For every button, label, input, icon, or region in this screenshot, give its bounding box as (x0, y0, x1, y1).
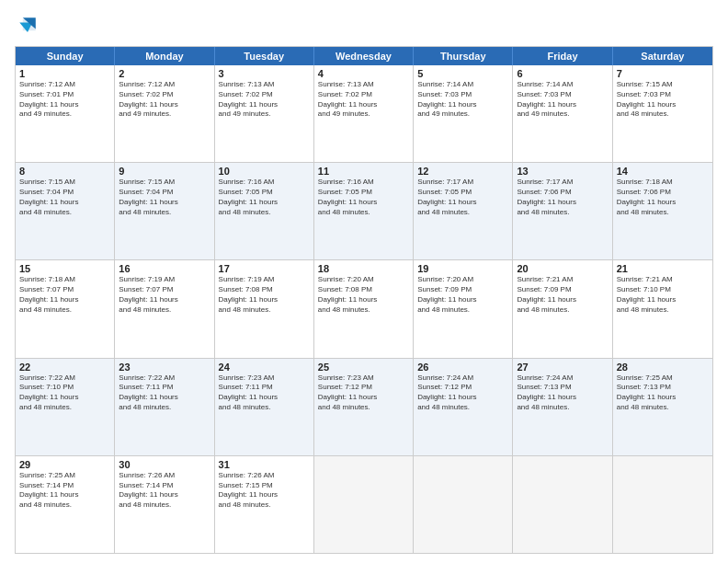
day-number: 5 (417, 68, 508, 79)
day-cell-9: 9Sunrise: 7:15 AMSunset: 7:04 PMDaylight… (115, 163, 214, 259)
day-number: 24 (219, 362, 310, 373)
day-cell-25: 25Sunrise: 7:23 AMSunset: 7:12 PMDayligh… (314, 359, 414, 455)
cell-info: Sunrise: 7:22 AMSunset: 7:11 PMDaylight:… (119, 373, 210, 413)
day-cell-26: 26Sunrise: 7:24 AMSunset: 7:12 PMDayligh… (414, 359, 513, 455)
cell-info: Sunrise: 7:19 AMSunset: 7:07 PMDaylight:… (119, 275, 210, 315)
cell-info: Sunrise: 7:26 AMSunset: 7:14 PMDaylight:… (119, 471, 210, 511)
day-cell-15: 15Sunrise: 7:18 AMSunset: 7:07 PMDayligh… (16, 260, 115, 357)
day-number: 8 (19, 166, 110, 177)
calendar-header: SundayMondayTuesdayWednesdayThursdayFrid… (16, 47, 712, 65)
cell-info: Sunrise: 7:12 AMSunset: 7:02 PMDaylight:… (119, 80, 210, 120)
day-number: 28 (617, 362, 709, 373)
day-number: 22 (19, 362, 110, 373)
day-cell-18: 18Sunrise: 7:20 AMSunset: 7:08 PMDayligh… (314, 260, 414, 357)
cell-info: Sunrise: 7:23 AMSunset: 7:12 PMDaylight:… (318, 373, 409, 413)
day-number: 4 (318, 68, 409, 79)
day-cell-28: 28Sunrise: 7:25 AMSunset: 7:13 PMDayligh… (613, 359, 712, 455)
header (15, 13, 713, 39)
day-cell-13: 13Sunrise: 7:17 AMSunset: 7:06 PMDayligh… (513, 163, 612, 259)
cell-info: Sunrise: 7:14 AMSunset: 7:03 PMDaylight:… (517, 80, 608, 120)
week-row-5: 29Sunrise: 7:25 AMSunset: 7:14 PMDayligh… (16, 455, 712, 553)
day-cell-14: 14Sunrise: 7:18 AMSunset: 7:06 PMDayligh… (613, 163, 712, 259)
day-cell-29: 29Sunrise: 7:25 AMSunset: 7:14 PMDayligh… (16, 456, 115, 553)
day-cell-20: 20Sunrise: 7:21 AMSunset: 7:09 PMDayligh… (513, 260, 612, 357)
cell-info: Sunrise: 7:26 AMSunset: 7:15 PMDaylight:… (219, 471, 310, 511)
cell-info: Sunrise: 7:19 AMSunset: 7:08 PMDaylight:… (219, 275, 310, 315)
day-number: 12 (417, 166, 508, 177)
day-cell-19: 19Sunrise: 7:20 AMSunset: 7:09 PMDayligh… (414, 260, 513, 357)
day-number: 13 (517, 166, 608, 177)
cell-info: Sunrise: 7:17 AMSunset: 7:06 PMDaylight:… (517, 178, 608, 217)
header-cell-thursday: Thursday (414, 47, 513, 65)
day-cell-30: 30Sunrise: 7:26 AMSunset: 7:14 PMDayligh… (115, 456, 214, 553)
day-cell-8: 8Sunrise: 7:15 AMSunset: 7:04 PMDaylight… (16, 163, 115, 259)
day-cell-10: 10Sunrise: 7:16 AMSunset: 7:05 PMDayligh… (215, 163, 314, 259)
cell-info: Sunrise: 7:24 AMSunset: 7:13 PMDaylight:… (517, 373, 608, 413)
day-number: 16 (119, 263, 210, 274)
week-row-4: 22Sunrise: 7:22 AMSunset: 7:10 PMDayligh… (16, 358, 712, 455)
header-cell-wednesday: Wednesday (314, 47, 414, 65)
day-cell-11: 11Sunrise: 7:16 AMSunset: 7:05 PMDayligh… (314, 163, 414, 259)
day-cell-7: 7Sunrise: 7:15 AMSunset: 7:03 PMDaylight… (613, 65, 712, 162)
cell-info: Sunrise: 7:13 AMSunset: 7:02 PMDaylight:… (219, 80, 310, 120)
day-cell-22: 22Sunrise: 7:22 AMSunset: 7:10 PMDayligh… (16, 359, 115, 455)
day-number: 7 (617, 68, 709, 79)
day-cell-12: 12Sunrise: 7:17 AMSunset: 7:05 PMDayligh… (414, 163, 513, 259)
empty-cell (613, 456, 712, 553)
day-number: 9 (119, 166, 210, 177)
cell-info: Sunrise: 7:17 AMSunset: 7:05 PMDaylight:… (417, 178, 508, 217)
header-cell-monday: Monday (115, 47, 214, 65)
cell-info: Sunrise: 7:18 AMSunset: 7:06 PMDaylight:… (617, 178, 709, 217)
day-number: 29 (19, 459, 110, 470)
cell-info: Sunrise: 7:25 AMSunset: 7:13 PMDaylight:… (617, 373, 709, 413)
day-cell-5: 5Sunrise: 7:14 AMSunset: 7:03 PMDaylight… (414, 65, 513, 162)
logo-icon (15, 13, 40, 39)
day-number: 15 (19, 263, 110, 274)
week-row-2: 8Sunrise: 7:15 AMSunset: 7:04 PMDaylight… (16, 162, 712, 259)
day-cell-24: 24Sunrise: 7:23 AMSunset: 7:11 PMDayligh… (215, 359, 314, 455)
day-cell-31: 31Sunrise: 7:26 AMSunset: 7:15 PMDayligh… (215, 456, 314, 553)
cell-info: Sunrise: 7:18 AMSunset: 7:07 PMDaylight:… (19, 275, 110, 315)
cell-info: Sunrise: 7:12 AMSunset: 7:01 PMDaylight:… (19, 80, 110, 120)
day-number: 25 (318, 362, 409, 373)
empty-cell (314, 456, 414, 553)
page: SundayMondayTuesdayWednesdayThursdayFrid… (0, 0, 728, 563)
week-row-3: 15Sunrise: 7:18 AMSunset: 7:07 PMDayligh… (16, 259, 712, 357)
day-cell-1: 1Sunrise: 7:12 AMSunset: 7:01 PMDaylight… (16, 65, 115, 162)
cell-info: Sunrise: 7:20 AMSunset: 7:08 PMDaylight:… (318, 275, 409, 315)
day-cell-6: 6Sunrise: 7:14 AMSunset: 7:03 PMDaylight… (513, 65, 612, 162)
calendar-body: 1Sunrise: 7:12 AMSunset: 7:01 PMDaylight… (16, 65, 712, 553)
day-cell-3: 3Sunrise: 7:13 AMSunset: 7:02 PMDaylight… (215, 65, 314, 162)
day-number: 2 (119, 68, 210, 79)
day-number: 21 (617, 263, 709, 274)
day-number: 11 (318, 166, 409, 177)
day-number: 14 (617, 166, 709, 177)
day-number: 23 (119, 362, 210, 373)
cell-info: Sunrise: 7:16 AMSunset: 7:05 PMDaylight:… (219, 178, 310, 217)
day-cell-2: 2Sunrise: 7:12 AMSunset: 7:02 PMDaylight… (115, 65, 214, 162)
empty-cell (513, 456, 612, 553)
empty-cell (414, 456, 513, 553)
cell-info: Sunrise: 7:20 AMSunset: 7:09 PMDaylight:… (417, 275, 508, 315)
day-cell-23: 23Sunrise: 7:22 AMSunset: 7:11 PMDayligh… (115, 359, 214, 455)
calendar: SundayMondayTuesdayWednesdayThursdayFrid… (15, 46, 713, 554)
cell-info: Sunrise: 7:14 AMSunset: 7:03 PMDaylight:… (417, 80, 508, 120)
day-number: 10 (219, 166, 310, 177)
day-number: 20 (517, 263, 608, 274)
header-cell-tuesday: Tuesday (215, 47, 314, 65)
cell-info: Sunrise: 7:15 AMSunset: 7:04 PMDaylight:… (119, 178, 210, 217)
day-cell-21: 21Sunrise: 7:21 AMSunset: 7:10 PMDayligh… (613, 260, 712, 357)
day-number: 3 (219, 68, 310, 79)
day-cell-4: 4Sunrise: 7:13 AMSunset: 7:02 PMDaylight… (314, 65, 414, 162)
day-cell-17: 17Sunrise: 7:19 AMSunset: 7:08 PMDayligh… (215, 260, 314, 357)
cell-info: Sunrise: 7:13 AMSunset: 7:02 PMDaylight:… (318, 80, 409, 120)
cell-info: Sunrise: 7:16 AMSunset: 7:05 PMDaylight:… (318, 178, 409, 217)
cell-info: Sunrise: 7:21 AMSunset: 7:09 PMDaylight:… (517, 275, 608, 315)
day-number: 19 (417, 263, 508, 274)
cell-info: Sunrise: 7:15 AMSunset: 7:04 PMDaylight:… (19, 178, 110, 217)
header-cell-sunday: Sunday (16, 47, 115, 65)
day-cell-27: 27Sunrise: 7:24 AMSunset: 7:13 PMDayligh… (513, 359, 612, 455)
cell-info: Sunrise: 7:25 AMSunset: 7:14 PMDaylight:… (19, 471, 110, 511)
header-cell-saturday: Saturday (613, 47, 712, 65)
day-number: 1 (19, 68, 110, 79)
